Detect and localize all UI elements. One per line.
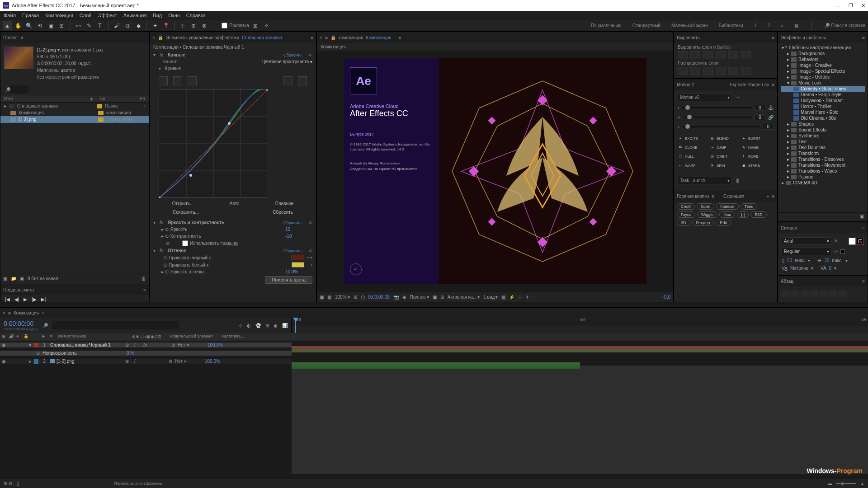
- clone-button[interactable]: ⧉CLONE: [678, 143, 708, 151]
- pill-shadow[interactable]: Тень: [741, 203, 758, 210]
- panel-menu-icon[interactable]: ≡: [772, 194, 774, 199]
- col-ra-header[interactable]: Ра: [140, 96, 145, 101]
- camera-dropdown[interactable]: Активная ка... ▾: [448, 295, 480, 300]
- comp-path[interactable]: Композиция: [321, 44, 346, 49]
- preset-hollywood[interactable]: Hollywood • Standart: [781, 98, 865, 103]
- pill-curves[interactable]: Кривые: [716, 203, 739, 210]
- leading-value[interactable]: 70: [824, 258, 829, 263]
- text-tool-icon[interactable]: T: [95, 21, 104, 30]
- rope-button[interactable]: ⌇ROPE: [741, 152, 772, 160]
- play-icon[interactable]: ▶: [24, 297, 27, 302]
- timeline-icon[interactable]: ⊞: [440, 295, 444, 300]
- tab-close-icon[interactable]: ×: [152, 35, 155, 40]
- world-axis-icon[interactable]: ⊕: [189, 21, 198, 30]
- menu-composition[interactable]: Композиция: [45, 13, 73, 18]
- workspace-standard[interactable]: Стандартный: [632, 23, 660, 28]
- tab-close-icon[interactable]: ×: [3, 310, 5, 315]
- legacy-checkbox[interactable]: [182, 240, 188, 246]
- timeline-tab[interactable]: Композиция: [14, 310, 39, 315]
- frame-blend-icon[interactable]: ⊞: [265, 323, 269, 328]
- align-top-icon[interactable]: [716, 51, 726, 59]
- exposure-value[interactable]: +0,0: [661, 295, 670, 300]
- panel-menu-icon[interactable]: ≡: [21, 35, 24, 40]
- ec-tab-layer[interactable]: Сплошная заливка: [242, 35, 282, 40]
- fx-tint-name[interactable]: Оттенок: [168, 248, 282, 253]
- motion-preset-dropdown[interactable]: Motion v2▾: [678, 94, 732, 101]
- motion-graph-icon[interactable]: 〰: [736, 95, 740, 100]
- align-left-icon[interactable]: [678, 51, 688, 59]
- hand-tool-icon[interactable]: ✋: [14, 21, 23, 30]
- lock-icon[interactable]: 🔒: [158, 35, 163, 40]
- panel-menu-icon[interactable]: ≡: [862, 279, 865, 284]
- motion-preset[interactable]: Explode Shape Lay: [730, 82, 769, 87]
- layer-2-row[interactable]: ◉ ▸2 [1-2].png ⊕/ ⊚Нет ▾ 100,0%: [0, 359, 292, 364]
- opacity-value[interactable]: 0 %: [127, 351, 134, 356]
- maximize-icon[interactable]: ❐: [849, 3, 853, 9]
- snap-opt2-icon[interactable]: ✧: [262, 21, 271, 30]
- bpc-toggle[interactable]: 8 бит на канал: [28, 276, 58, 281]
- effects-browser-tab[interactable]: Эффекты и шаблоны: [781, 35, 826, 40]
- col-type-header[interactable]: Тип: [99, 96, 107, 101]
- panel-menu-icon[interactable]: ≡: [399, 35, 401, 40]
- camera-tool-icon[interactable]: ▣: [46, 21, 55, 30]
- zoom-dropdown[interactable]: 100% ▾: [335, 295, 350, 300]
- parent-dropdown[interactable]: Нет ▾: [175, 359, 202, 364]
- expand-icon[interactable]: {}: [17, 481, 19, 486]
- new-bin-icon[interactable]: ▣: [860, 214, 864, 221]
- pill-render[interactable]: Рендер: [692, 220, 714, 226]
- toggle-modes-btn[interactable]: Перекл. выключ./режимы: [114, 481, 162, 486]
- pixel-aspect-icon[interactable]: ▦: [501, 295, 505, 300]
- eraser-tool-icon[interactable]: ◆: [134, 21, 143, 30]
- justify-center-icon[interactable]: [820, 291, 828, 297]
- pen-tool-icon[interactable]: ✎: [85, 21, 94, 30]
- tint-amount-value[interactable]: 10,0%: [285, 269, 312, 274]
- menu-window[interactable]: Окно: [168, 13, 180, 18]
- menu-effect[interactable]: Эффект: [98, 13, 117, 18]
- rotate-tool-icon[interactable]: ⟲: [35, 21, 44, 30]
- visibility-icon[interactable]: ◉: [2, 343, 7, 347]
- workspace-2[interactable]: 2: [767, 23, 770, 28]
- curve-open-btn[interactable]: Открыть...: [172, 201, 194, 206]
- project-search-input[interactable]: [10, 85, 28, 94]
- delete-icon[interactable]: 🗑: [142, 276, 146, 281]
- blend-button[interactable]: ※BLEND: [709, 134, 740, 142]
- snap-checkbox[interactable]: [222, 23, 227, 28]
- white-swatch[interactable]: [292, 262, 304, 267]
- zoom-out-icon[interactable]: ▬: [828, 481, 832, 486]
- character-tab[interactable]: Символ: [781, 225, 797, 230]
- hotkeys-tab[interactable]: Горячие кнопки: [677, 194, 709, 199]
- burst-button[interactable]: ✦BURST: [741, 134, 772, 142]
- snap-opt1-icon[interactable]: ⊠: [251, 21, 260, 30]
- clone-tool-icon[interactable]: ⧉: [123, 21, 132, 30]
- workspace-overflow-icon[interactable]: »: [781, 23, 783, 28]
- layer-1-opacity-row[interactable]: ⊙ Непрозрачность 0 %: [0, 351, 292, 356]
- align-right-icon[interactable]: [703, 51, 713, 59]
- pill-e3d[interactable]: E3D: [750, 211, 767, 218]
- pill-layer[interactable]: Слой: [677, 203, 695, 210]
- toggle-switches-icon[interactable]: ⊞ ⊟: [4, 481, 12, 486]
- dist-bottom-icon[interactable]: [703, 67, 713, 75]
- project-tab[interactable]: Проект: [3, 35, 18, 40]
- excite-button[interactable]: +EXCITE: [678, 134, 708, 142]
- lock-icon[interactable]: 🔒: [330, 35, 336, 40]
- resolution-icon[interactable]: ⊞: [354, 295, 357, 300]
- paragraph-tab[interactable]: Абзац: [781, 279, 793, 284]
- zoom-in-icon[interactable]: ▲: [860, 481, 864, 486]
- panel-menu-icon[interactable]: ≡: [862, 35, 865, 40]
- menu-help[interactable]: Справка: [186, 13, 206, 18]
- orbit-button[interactable]: ◎ORBIT: [709, 152, 740, 160]
- font-style-dropdown[interactable]: Regular▾: [782, 248, 831, 255]
- black-swatch[interactable]: [292, 255, 304, 260]
- col-tag-header[interactable]: ◈: [90, 96, 99, 101]
- comp-mini-icon[interactable]: ⊹: [239, 323, 242, 328]
- panel-menu-icon[interactable]: ≡: [42, 310, 44, 315]
- composition-viewer[interactable]: Ae Adobe Creative Cloud After Effects CC…: [317, 51, 673, 292]
- dist-vcenter-icon[interactable]: [690, 67, 700, 75]
- local-axis-icon[interactable]: ⊹: [178, 21, 187, 30]
- col-name-header[interactable]: Имя: [4, 96, 90, 101]
- panel-menu-icon[interactable]: ≡: [143, 287, 146, 292]
- fx-reset[interactable]: Сбросить: [283, 249, 302, 253]
- graph-editor-icon[interactable]: 📊: [282, 323, 288, 328]
- curve-mode-3[interactable]: [188, 76, 197, 85]
- close-icon[interactable]: ✕: [861, 3, 865, 9]
